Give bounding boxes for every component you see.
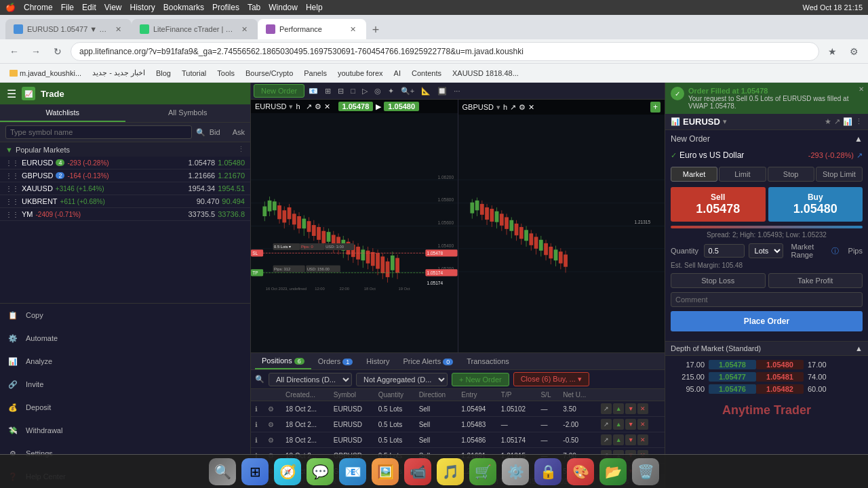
btn-stop-limit[interactable]: Stop Limit (816, 167, 863, 182)
settings-icon-3[interactable]: ⚙ (264, 432, 281, 448)
toolbar-btn-3[interactable]: ⊟ (335, 85, 347, 97)
bookmarks-menu[interactable]: Bookmarks (163, 3, 204, 12)
add-chart-button[interactable]: + (650, 102, 660, 113)
new-order-toolbar-btn[interactable]: New Order (254, 84, 304, 98)
bookmark-button[interactable]: ★ (823, 43, 841, 60)
apple-icon[interactable]: 🍎 (5, 3, 16, 12)
dock-files[interactable]: 📂 (599, 458, 627, 485)
direction-filter[interactable]: All Directions (D... (269, 373, 352, 386)
place-order-button[interactable]: Place Order (671, 311, 863, 331)
dock-mail[interactable]: 📧 (339, 458, 366, 485)
dock-trash[interactable]: 🗑️ (632, 458, 659, 485)
bookmark-ai[interactable]: AI (390, 68, 405, 79)
tab-positions[interactable]: Positions6 (255, 353, 311, 369)
dock-systemprefs[interactable]: ⚙️ (502, 458, 529, 485)
comment-input[interactable] (671, 292, 863, 307)
market-row-ym[interactable]: ⋮⋮ YM -2409 (-0.71%) 33735.5 33736.8 (0, 208, 250, 221)
star-icon[interactable]: ★ (825, 117, 831, 126)
dock-finder[interactable]: 🔍 (209, 458, 236, 485)
tab-close-2[interactable]: ✕ (239, 24, 250, 35)
market-row-eurusd[interactable]: ⋮⋮ EURUSD 4 -293 (-0.28%) 1.05478 1.0548… (0, 157, 250, 169)
market-range-info-icon[interactable]: ⓘ (831, 246, 839, 256)
info-icon-1[interactable]: ℹ (251, 401, 264, 417)
chart-icon-right-2[interactable]: ⚙ (519, 103, 526, 112)
down-icon-1[interactable]: ▼ (625, 403, 636, 414)
tab-litefinance[interactable]: LiteFinance cTrader | Ope... ✕ (132, 19, 258, 39)
dock-facetime[interactable]: 📹 (404, 458, 431, 485)
toolbar-btn-10[interactable]: 🔲 (435, 85, 450, 97)
sidebar-menu-icon[interactable]: ☰ (7, 87, 16, 100)
toolbar-btn-7[interactable]: ✦ (385, 85, 397, 97)
up-icon-3[interactable]: ▲ (613, 434, 624, 445)
take-profit-btn[interactable]: Take Profit (768, 273, 863, 288)
chart-icon-right-3[interactable]: ✕ (528, 103, 534, 112)
toolbar-btn-8[interactable]: 🔍+ (398, 85, 417, 97)
up-icon-2[interactable]: ▲ (613, 419, 624, 430)
dock-launchpad[interactable]: ⊞ (241, 458, 269, 485)
toolbar-btn-5[interactable]: ▷ (359, 85, 370, 97)
menu-invite[interactable]: 🔗 Invite (0, 373, 250, 396)
chrome-menu[interactable]: Chrome (24, 3, 53, 12)
close-icon-2[interactable]: ✕ (637, 419, 648, 430)
sell-button[interactable]: Sell 1.05478 (671, 187, 766, 222)
trade-link-icon[interactable]: ↗ (856, 151, 863, 160)
extensions-button[interactable]: ⚙ (845, 43, 863, 60)
toolbar-btn-2[interactable]: ⊞ (322, 85, 334, 97)
address-bar[interactable]: app.litefinance.org/?v=b91fafa9&_ga=2.74… (71, 42, 819, 61)
bookmark-xauusd[interactable]: XAUUSD 1818.48... (448, 68, 523, 79)
view-menu[interactable]: View (104, 3, 122, 12)
file-menu[interactable]: File (61, 3, 74, 12)
btn-stop[interactable]: Stop (768, 167, 814, 182)
tab-eurusd[interactable]: EURUSD 1.05477 ▼ -0.28% ✕ (5, 19, 132, 39)
info-icon-2[interactable]: ℹ (251, 417, 264, 432)
dock-photoshop[interactable]: 🎨 (567, 458, 594, 485)
menu-copy[interactable]: 📋 Copy (0, 304, 250, 327)
qty-input[interactable] (704, 244, 745, 258)
section-options-icon[interactable]: ⋮ (237, 145, 245, 154)
down-icon-2[interactable]: ▼ (625, 419, 636, 430)
bookmark-panels[interactable]: Panels (300, 68, 331, 79)
settings-icon-2[interactable]: ⚙ (264, 417, 281, 432)
chart-icon-3[interactable]: ✕ (324, 102, 330, 111)
share-icon[interactable]: ↗ (834, 117, 840, 126)
mac-menu[interactable]: 🍎 Chrome File Edit View History Bookmark… (5, 3, 323, 12)
menu-withdrawal[interactable]: 💸 Withdrawal (0, 419, 250, 442)
bookmark-bourse[interactable]: Bourse/Crypto (241, 68, 297, 79)
menu-analyze[interactable]: 📊 Analyze (0, 350, 250, 373)
share-icon-1[interactable]: ↗ (601, 403, 612, 414)
toolbar-btn-1[interactable]: 📧 (306, 85, 321, 97)
btn-market[interactable]: Market (671, 167, 717, 182)
dock-messages[interactable]: 💬 (307, 458, 334, 485)
edit-menu[interactable]: Edit (82, 3, 96, 12)
forward-button[interactable]: → (27, 43, 45, 60)
symbol-search-input[interactable] (5, 125, 192, 139)
dock-appstore[interactable]: 🛒 (469, 458, 496, 485)
tab-history[interactable]: History (359, 354, 396, 369)
dom-collapse-icon[interactable]: ▲ (855, 344, 863, 352)
window-menu[interactable]: Window (269, 3, 298, 12)
toolbar-btn-4[interactable]: □ (348, 85, 358, 96)
market-row-gbpusd[interactable]: ⋮⋮ GBPUSD 2 -164 (-0.13%) 1.21666 1.2167… (0, 169, 250, 182)
symbol-dropdown-icon[interactable]: ▾ (723, 117, 727, 126)
up-icon-1[interactable]: ▲ (613, 403, 624, 414)
profiles-menu[interactable]: Profiles (212, 3, 239, 12)
tab-watchlists[interactable]: Watchlists (0, 104, 125, 122)
bookmark-profile[interactable]: m.javad_koushki... (5, 68, 85, 79)
new-tab-button[interactable]: + (366, 20, 385, 39)
chart-icon[interactable]: 📊 (843, 117, 852, 126)
aggregation-filter[interactable]: Not Aggregated (D... (356, 373, 448, 386)
stop-loss-btn[interactable]: Stop Loss (671, 273, 766, 288)
toolbar-btn-9[interactable]: 📐 (418, 85, 433, 97)
dock-safari[interactable]: 🧭 (274, 458, 301, 485)
info-icon-3[interactable]: ℹ (251, 432, 264, 448)
tab-transactions[interactable]: Transactions (460, 354, 516, 369)
tab-close-1[interactable]: ✕ (113, 24, 123, 35)
bookmark-tools[interactable]: Tools (213, 68, 239, 79)
dock-chrome[interactable]: 🔒 (534, 458, 561, 485)
chart-icon-right-1[interactable]: ↗ (510, 103, 516, 112)
search-icon-positions[interactable]: 🔍 (255, 375, 264, 384)
menu-automate[interactable]: ⚙️ Automate (0, 327, 250, 350)
tab-price-alerts[interactable]: Price Alerts0 (397, 354, 460, 369)
close-all-btn[interactable]: Close (6) Buy, ... ▾ (513, 372, 589, 386)
tab-allsymbols[interactable]: All Symbols (125, 104, 251, 122)
